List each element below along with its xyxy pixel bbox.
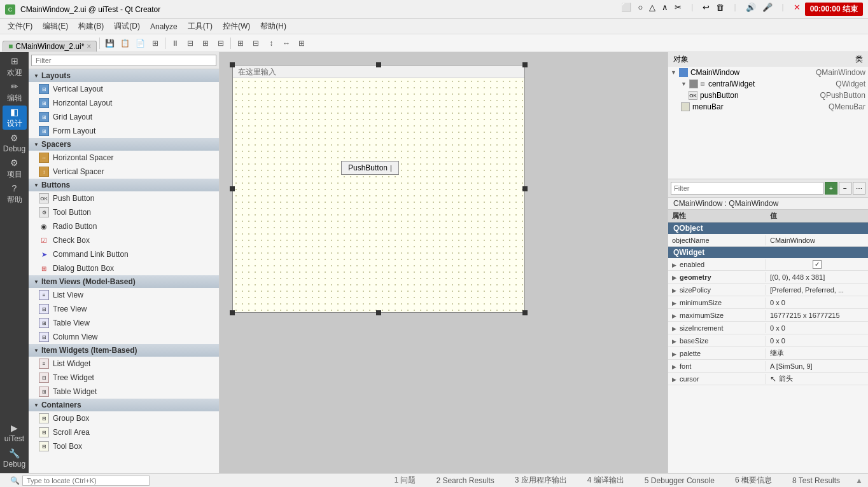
prop-row-enabled[interactable]: ▶ enabled ✓ — [668, 258, 868, 271]
prop-value-basesize[interactable]: 0 x 0 — [766, 336, 868, 346]
sidebar-project[interactable]: ⚙ 项目 — [3, 156, 27, 181]
toolbar-7[interactable]: ⊟ — [214, 36, 228, 50]
props-remove-btn[interactable]: − — [839, 182, 851, 195]
widget-list-widget[interactable]: ≡ List Widget — [29, 357, 219, 371]
widget-horizontal-layout[interactable]: ⊞ Horizontal Layout — [29, 96, 219, 110]
toolbar-11[interactable]: ↔ — [279, 36, 293, 50]
widget-scroll-area[interactable]: ⊟ Scroll Area — [29, 425, 219, 439]
props-filter-input[interactable] — [671, 182, 823, 195]
push-button-widget[interactable]: PushButton | — [341, 161, 399, 175]
status-arrow[interactable]: ▲ — [855, 476, 863, 485]
widget-dialog-button-box[interactable]: ⊞ Dialog Button Box — [29, 261, 219, 275]
tree-row-push[interactable]: OK pushButton QPushButton — [668, 90, 868, 101]
locate-input[interactable] — [22, 476, 150, 486]
font-expand[interactable]: ▶ — [672, 364, 676, 370]
handle-tl[interactable] — [230, 62, 235, 67]
widget-filter-input[interactable] — [31, 55, 216, 66]
prop-row-objectname[interactable]: objectName CMainWindow — [668, 234, 868, 247]
status-tab-compile[interactable]: 4 编译输出 — [582, 474, 629, 487]
handle-bl[interactable] — [230, 310, 235, 315]
toolbar-10[interactable]: ↕ — [264, 36, 278, 50]
minsize-expand[interactable]: ▶ — [672, 300, 676, 306]
toolbar-4[interactable]: ⏸ — [168, 36, 182, 50]
sidebar-help[interactable]: ? 帮助 — [3, 182, 27, 206]
prop-row-minsize[interactable]: ▶ minimumSize 0 x 0 — [668, 296, 868, 309]
widget-table-view[interactable]: ⊞ Table View — [29, 316, 219, 330]
basesize-expand[interactable]: ▶ — [672, 338, 676, 345]
handle-tr[interactable] — [522, 62, 528, 67]
toolbar-save[interactable]: 💾 — [102, 36, 116, 50]
toolbar-copy[interactable]: 📋 — [118, 36, 132, 50]
handle-ml[interactable] — [230, 186, 235, 191]
prop-row-basesize[interactable]: ▶ baseSize 0 x 0 — [668, 334, 868, 347]
toolbar-icon-5[interactable]: ✂ — [675, 3, 682, 16]
close-btn[interactable]: ✕ — [794, 3, 801, 16]
tree-row-main[interactable]: ▼ CMainWindow QMainWindow — [668, 67, 868, 78]
sidebar-edit[interactable]: ✏ 编辑 — [3, 80, 27, 104]
sizeincrement-expand[interactable]: ▶ — [672, 326, 676, 332]
tree-row-central[interactable]: ▼ centralWidget QWidget — [668, 78, 868, 90]
enabled-expand[interactable]: ▶ — [672, 262, 676, 268]
prop-value-font[interactable]: A [SimSun, 9] — [766, 361, 868, 371]
prop-row-font[interactable]: ▶ font A [SimSun, 9] — [668, 360, 868, 373]
toolbar-8[interactable]: ⊞ — [234, 36, 248, 50]
sidebar-design[interactable]: ◧ 设计 — [3, 106, 27, 130]
props-more-btn[interactable]: ⋯ — [853, 182, 865, 195]
widget-column-view[interactable]: ⊟ Column View — [29, 330, 219, 344]
widget-table-widget[interactable]: ⊞ Table Widget — [29, 385, 219, 399]
prop-value-sizeincrement[interactable]: 0 x 0 — [766, 323, 868, 333]
file-tab[interactable]: ■ CMainWindow_2.ui* × — [3, 41, 97, 51]
maxsize-expand[interactable]: ▶ — [672, 313, 676, 319]
widget-grid-layout[interactable]: ⊞ Grid Layout — [29, 110, 219, 124]
prop-value-maxsize[interactable]: 16777215 x 16777215 — [766, 310, 868, 320]
status-tab-issues[interactable]: 1 问题 — [389, 474, 421, 487]
widget-group-box[interactable]: ⊟ Group Box — [29, 411, 219, 425]
toolbar-6[interactable]: ⊞ — [199, 36, 213, 50]
sidebar-debug[interactable]: ⚙ Debug — [3, 131, 27, 155]
widget-radio-button[interactable]: ◉ Radio Button — [29, 219, 219, 233]
prop-value-enabled[interactable]: ✓ — [766, 259, 868, 270]
status-tab-test[interactable]: 8 Test Results — [787, 474, 845, 487]
sidebar-welcome[interactable]: ⊞ 欢迎 — [3, 55, 27, 79]
form-widget[interactable]: 在这里输入 PushButton | — [232, 65, 525, 313]
mic-icon[interactable]: 🎤 — [762, 3, 773, 16]
category-spacers[interactable]: ▼ Spacers — [29, 138, 219, 151]
toolbar-5[interactable]: ⊟ — [183, 36, 197, 50]
menu-file[interactable]: 文件(F) — [3, 20, 38, 33]
cursor-expand[interactable]: ▶ — [672, 376, 676, 383]
menu-controls[interactable]: 控件(W) — [218, 20, 255, 33]
menu-tools[interactable]: 工具(T) — [183, 20, 218, 33]
speaker-icon[interactable]: 🔊 — [746, 3, 756, 16]
handle-bm[interactable] — [376, 310, 381, 315]
status-tab-app-output[interactable]: 3 应用程序输出 — [510, 474, 572, 487]
handle-mr[interactable] — [522, 186, 528, 191]
widget-check-box[interactable]: ☑ Check Box — [29, 233, 219, 247]
prop-value-palette[interactable]: 继承 — [766, 347, 868, 359]
handle-br[interactable] — [522, 310, 528, 315]
menu-analyze[interactable]: Analyze — [145, 21, 183, 32]
tree-row-menubar[interactable]: menuBar QMenuBar — [668, 101, 868, 113]
category-buttons[interactable]: ▼ Buttons — [29, 179, 219, 191]
widget-command-link[interactable]: ➤ Command Link Button — [29, 247, 219, 261]
widget-list-view[interactable]: ≡ List View — [29, 288, 219, 302]
prop-row-maxsize[interactable]: ▶ maximumSize 16777215 x 16777215 — [668, 309, 868, 322]
widget-tree-view[interactable]: ⊟ Tree View — [29, 302, 219, 316]
geometry-expand[interactable]: ▶ — [672, 275, 676, 281]
category-item-views[interactable]: ▼ Item Views (Model-Based) — [29, 275, 219, 288]
prop-row-sizepolicy[interactable]: ▶ sizePolicy [Preferred, Preferred, ... — [668, 284, 868, 296]
prop-value-sizepolicy[interactable]: [Preferred, Preferred, ... — [766, 285, 868, 295]
toolbar-12[interactable]: ⊞ — [295, 36, 309, 50]
status-tab-debugger[interactable]: 5 Debugger Console — [640, 474, 720, 487]
palette-expand[interactable]: ▶ — [672, 351, 676, 357]
toolbar-paste[interactable]: 📄 — [133, 36, 147, 50]
widget-tree-widget[interactable]: ⊟ Tree Widget — [29, 371, 219, 385]
widget-tool-box[interactable]: ⊟ Tool Box — [29, 439, 219, 453]
prop-value-cursor[interactable]: ↖ 箭头 — [766, 373, 868, 385]
toolbar-3[interactable]: ⊞ — [148, 36, 162, 50]
handle-tm[interactable] — [376, 62, 381, 67]
widget-vertical-layout[interactable]: ⊟ Vertical Layout — [29, 82, 219, 96]
toolbar-icon-3[interactable]: △ — [649, 3, 655, 16]
widget-push-button[interactable]: OK Push Button — [29, 191, 219, 205]
widget-horizontal-spacer[interactable]: ↔ Horizontal Spacer — [29, 151, 219, 165]
prop-row-palette[interactable]: ▶ palette 继承 — [668, 347, 868, 360]
